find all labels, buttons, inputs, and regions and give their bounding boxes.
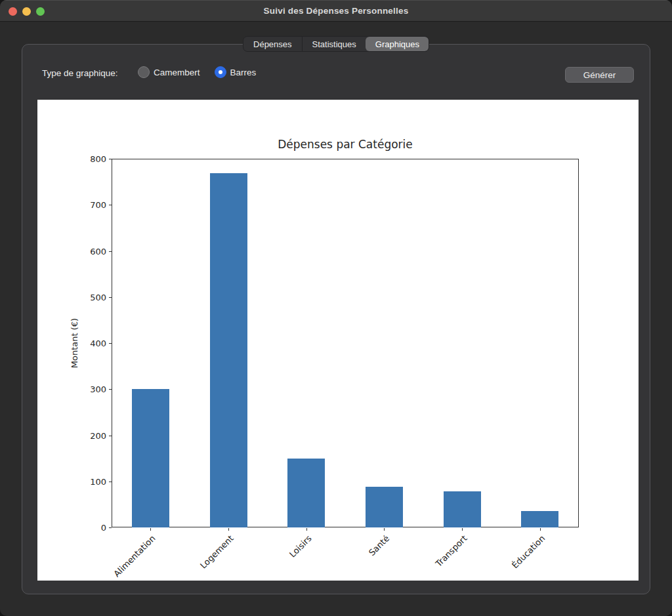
radio-off-icon[interactable] [138, 66, 150, 78]
close-button[interactable] [9, 7, 17, 16]
x-tick-label: Loisirs [287, 533, 314, 560]
notebook-pane: Type de graphique: Camembert Barres Géné… [22, 44, 650, 594]
bar [521, 511, 558, 527]
radio-camembert-label: Camembert [154, 68, 200, 77]
y-tick-mark [109, 436, 112, 436]
bar [366, 487, 403, 527]
radio-on-icon[interactable] [215, 66, 226, 78]
x-tick-label: Éducation [510, 533, 547, 570]
x-tick-mark [228, 528, 229, 531]
tab-label: Graphiques [375, 39, 419, 49]
x-tick-label: Logement [198, 533, 236, 571]
traffic-lights [9, 1, 45, 22]
y-tick-label: 300 [76, 385, 106, 394]
y-tick-mark [109, 251, 112, 252]
radio-barres[interactable]: Barres [215, 66, 257, 78]
bar [210, 173, 247, 527]
zoom-button[interactable] [36, 7, 45, 16]
y-tick-label: 500 [76, 293, 106, 301]
bar [287, 459, 325, 527]
x-tick-label: Transport [434, 533, 469, 569]
x-tick-mark [306, 528, 307, 531]
y-tick-label: 800 [76, 155, 106, 163]
window-title: Suivi des Dépenses Personnelles [264, 6, 409, 16]
x-tick-label: Alimentation [112, 533, 158, 579]
tab-set: Dépenses Statistiques Graphiques [243, 36, 429, 52]
y-tick-label: 400 [76, 339, 106, 348]
y-tick-mark [109, 297, 112, 298]
tab-statistiques[interactable]: Statistiques [302, 37, 366, 51]
chart-canvas: Dépenses par Catégorie Montant (€) 01002… [37, 100, 639, 581]
y-tick-mark [109, 343, 112, 344]
x-tick-mark [150, 528, 151, 531]
tab-label: Dépenses [253, 39, 292, 49]
tab-graphiques[interactable]: Graphiques [366, 37, 429, 51]
y-tick-label: 200 [76, 431, 106, 440]
x-tick-mark [540, 528, 541, 531]
y-tick-mark [109, 205, 112, 205]
y-tick-mark [109, 159, 112, 159]
chart-title: Dépenses par Catégorie [112, 138, 579, 151]
x-tick-mark [462, 528, 463, 531]
generate-button[interactable]: Générer [565, 67, 634, 83]
radio-barres-label: Barres [230, 68, 257, 77]
tab-label: Statistiques [312, 39, 356, 49]
tab-depenses[interactable]: Dépenses [243, 37, 302, 51]
y-tick-mark [109, 482, 112, 482]
y-tick-label: 700 [76, 201, 106, 209]
plot-area [112, 159, 579, 527]
y-tick-label: 0 [76, 524, 106, 532]
title-bar: Suivi des Dépenses Personnelles [0, 0, 672, 22]
app-window: Suivi des Dépenses Personnelles Dépenses… [0, 0, 672, 616]
minimize-button[interactable] [22, 7, 31, 16]
bar [132, 389, 169, 527]
chart-type-radio-group: Camembert Barres [138, 66, 256, 78]
tab-bar: Dépenses Statistiques Graphiques [0, 36, 672, 52]
x-tick-mark [384, 528, 385, 531]
y-tick-label: 100 [76, 477, 106, 485]
y-tick-mark [109, 389, 112, 390]
bar [444, 491, 481, 527]
radio-camembert[interactable]: Camembert [138, 66, 200, 78]
y-tick-mark [109, 527, 112, 528]
chart-type-label: Type de graphique: [42, 68, 118, 78]
x-tick-label: Santé [367, 533, 391, 558]
y-tick-label: 600 [76, 247, 106, 255]
